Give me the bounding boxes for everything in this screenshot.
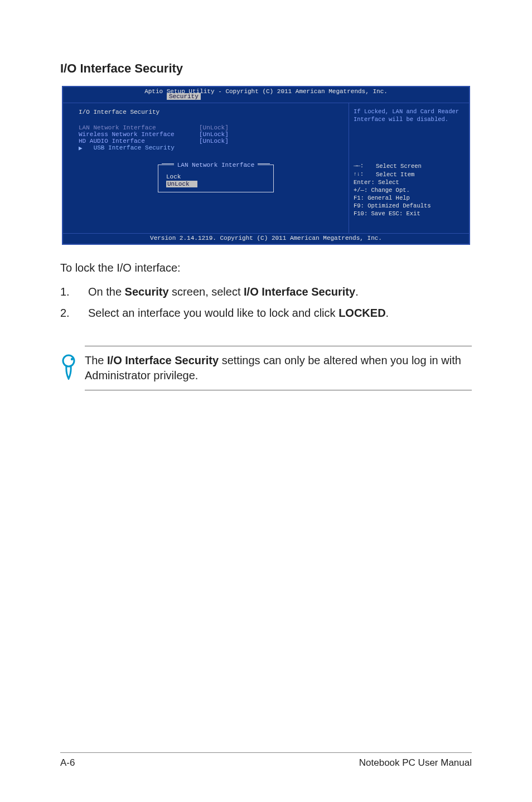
note-rule-bottom xyxy=(85,390,472,390)
text: The xyxy=(85,354,107,366)
bios-row-usb-submenu[interactable]: ▶ USB Interface Security xyxy=(79,144,333,152)
bios-row-label: Wireless Network Interface xyxy=(79,131,190,138)
text-bold: Security xyxy=(125,286,169,298)
bios-screenshot: Aptio Setup Utility - Copyright (C) 2011… xyxy=(62,86,470,245)
svg-point-1 xyxy=(71,358,73,360)
bios-popup-option-unlock[interactable]: UnLock xyxy=(166,181,197,187)
bios-row-value: [UnLock] xyxy=(199,124,229,131)
note-icon xyxy=(60,353,85,380)
bios-row-label: USB Interface Security xyxy=(94,144,175,152)
text: . xyxy=(386,307,389,319)
text: screen, select xyxy=(169,286,244,298)
text-bold: I/O Interface Security xyxy=(107,354,219,366)
bios-panel-title: I/O Interface Security xyxy=(79,109,333,115)
note-text: The I/O Interface Security settings can … xyxy=(85,353,472,383)
text: . xyxy=(355,286,359,298)
bios-tab-security[interactable]: Security xyxy=(167,93,201,100)
bios-titlebar: Aptio Setup Utility - Copyright (C) 2011… xyxy=(63,87,469,95)
nav-label: Select Item xyxy=(376,171,414,178)
bios-row-label: LAN Network Interface xyxy=(79,124,190,131)
nav-label: +/—: Change Opt. xyxy=(354,186,410,194)
nav-label: Select Screen xyxy=(376,162,422,170)
bios-popup-title: LAN Network Interface xyxy=(174,162,258,168)
text: On the xyxy=(88,286,125,298)
step-number: 1. xyxy=(60,284,70,299)
nav-key: →←: xyxy=(354,162,373,170)
bios-left-panel: I/O Interface Security LAN Network Inter… xyxy=(63,103,349,233)
bios-row-lan[interactable]: LAN Network Interface [UnLock] xyxy=(79,124,333,131)
instruction-step-1: 1. On the Security screen, select I/O In… xyxy=(60,284,472,299)
text: Select an interface you would like to lo… xyxy=(88,307,338,319)
bios-tab-row: Security xyxy=(63,95,469,103)
note-block: The I/O Interface Security settings can … xyxy=(60,346,472,390)
nav-label: F1: General Help xyxy=(354,194,410,202)
nav-label: F10: Save ESC: Exit xyxy=(354,210,420,218)
text-bold: LOCKED xyxy=(338,307,385,319)
nav-key: ↑↓: xyxy=(354,171,373,178)
bios-footer: Version 2.14.1219. Copyright (C) 2011 Am… xyxy=(63,233,469,243)
submenu-arrow-icon: ▶ xyxy=(79,144,83,152)
nav-label: F9: Optimized Defaults xyxy=(354,202,431,210)
footer-rule xyxy=(60,752,472,753)
bios-popup: LAN Network Interface Lock UnLock xyxy=(158,165,274,192)
instructions-list: 1. On the Security screen, select I/O In… xyxy=(60,284,472,320)
bios-popup-option-lock[interactable]: Lock xyxy=(158,173,273,181)
bios-row-hdaudio[interactable]: HD AUDIO Interface [UnLock] xyxy=(79,138,333,144)
step-number: 2. xyxy=(60,306,70,320)
manual-title: Notebook PC User Manual xyxy=(359,757,472,769)
text-bold: I/O Interface Security xyxy=(244,286,355,298)
bios-help-description: If Locked, LAN and Card Reader Interface… xyxy=(354,108,465,123)
section-heading: I/O Interface Security xyxy=(60,61,472,76)
svg-point-0 xyxy=(63,355,74,366)
instructions-intro: To lock the I/O interface: xyxy=(60,262,472,274)
page-number: A-6 xyxy=(60,757,75,769)
bios-row-wireless[interactable]: Wireless Network Interface [UnLock] xyxy=(79,131,333,138)
bios-nav-keys: →←:Select Screen ↑↓:Select Item Enter: S… xyxy=(354,162,465,218)
bios-help-panel: If Locked, LAN and Card Reader Interface… xyxy=(349,103,469,233)
bios-row-label: HD AUDIO Interface xyxy=(79,138,190,144)
bios-row-value: [UnLock] xyxy=(199,138,229,144)
instruction-step-2: 2. Select an interface you would like to… xyxy=(60,306,472,320)
page-footer: A-6 Notebook PC User Manual xyxy=(60,752,472,769)
nav-label: Enter: Select xyxy=(354,178,399,186)
bios-row-value: [UnLock] xyxy=(199,131,229,138)
